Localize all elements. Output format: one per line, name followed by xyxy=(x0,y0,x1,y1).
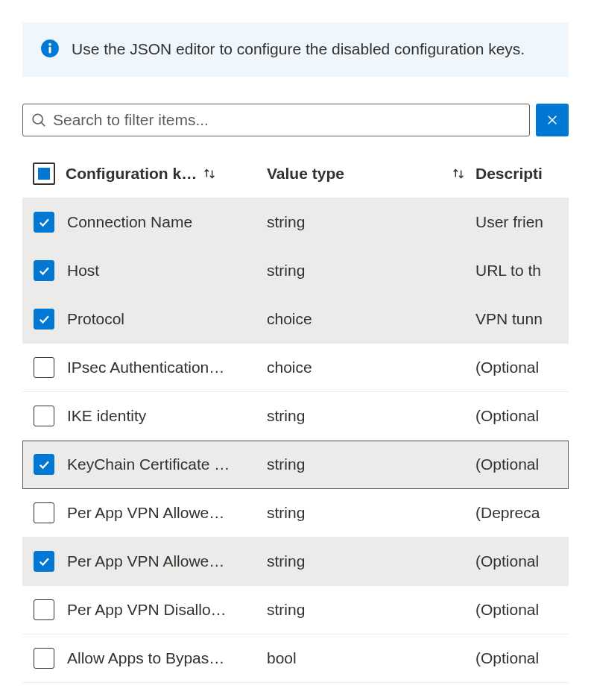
cell-config-key: Per App VPN Allowe… xyxy=(66,552,267,570)
checkmark-icon xyxy=(37,555,51,568)
cell-description: (Optional xyxy=(475,407,569,425)
clear-search-button[interactable] xyxy=(536,104,569,136)
row-checkbox[interactable] xyxy=(34,454,54,475)
column-header-value-type[interactable]: Value type xyxy=(267,165,475,183)
info-icon xyxy=(40,39,60,62)
cell-config-key: Host xyxy=(66,262,267,280)
cell-description: VPN tunn xyxy=(475,310,569,328)
column-header-description-label: Descripti xyxy=(475,165,543,183)
table-row[interactable]: Allow Apps to Bypas…bool(Optional xyxy=(22,634,569,683)
column-header-description[interactable]: Descripti xyxy=(475,165,569,183)
search-icon xyxy=(31,112,47,128)
table-row[interactable]: KeyChain Certificate …string(Optional xyxy=(22,441,569,489)
table-row[interactable]: Connection NamestringUser frien xyxy=(22,198,569,247)
svg-rect-1 xyxy=(48,47,51,54)
cell-value-type: string xyxy=(267,407,475,425)
cell-config-key: KeyChain Certificate … xyxy=(66,455,267,473)
search-input[interactable] xyxy=(53,111,522,129)
info-banner-text: Use the JSON editor to configure the dis… xyxy=(72,37,525,61)
cell-config-key: IPsec Authentication… xyxy=(66,359,267,376)
cell-config-key: Allow Apps to Bypas… xyxy=(66,649,267,667)
sort-icon xyxy=(450,166,467,181)
cell-description: URL to th xyxy=(475,262,569,280)
info-banner: Use the JSON editor to configure the dis… xyxy=(22,22,569,77)
row-checkbox[interactable] xyxy=(34,648,54,669)
cell-config-key: IKE identity xyxy=(66,407,267,425)
cell-value-type: choice xyxy=(267,310,475,328)
select-all-checkbox[interactable] xyxy=(33,163,55,185)
cell-description: (Optional xyxy=(475,359,569,376)
table-header: Configuration k… Value type Descripti xyxy=(22,150,569,198)
checkmark-icon xyxy=(37,264,51,277)
checkmark-icon xyxy=(37,215,51,229)
checkmark-icon xyxy=(37,458,51,471)
table-row[interactable]: HoststringURL to th xyxy=(22,247,569,295)
column-header-key[interactable]: Configuration k… xyxy=(66,165,267,183)
cell-config-key: Per App VPN Disallo… xyxy=(66,601,267,619)
cell-value-type: bool xyxy=(267,649,475,667)
row-checkbox[interactable] xyxy=(34,406,54,426)
cell-value-type: string xyxy=(267,601,475,619)
table-row[interactable]: Per App VPN Disallo…string(Optional xyxy=(22,586,569,634)
cell-description: (Depreca xyxy=(475,504,569,522)
row-checkbox[interactable] xyxy=(34,309,54,329)
close-icon xyxy=(546,113,559,127)
row-checkbox[interactable] xyxy=(34,260,54,281)
cell-description: (Optional xyxy=(475,649,569,667)
config-table: Configuration k… Value type Descripti Co… xyxy=(22,150,569,683)
cell-config-key: Protocol xyxy=(66,310,267,328)
cell-description: (Optional xyxy=(475,552,569,570)
cell-config-key: Connection Name xyxy=(66,213,267,231)
row-checkbox[interactable] xyxy=(34,599,54,620)
cell-description: (Optional xyxy=(475,455,569,473)
cell-value-type: string xyxy=(267,213,475,231)
cell-value-type: string xyxy=(267,504,475,522)
table-row[interactable]: ProtocolchoiceVPN tunn xyxy=(22,295,569,344)
cell-config-key: Per App VPN Allowe… xyxy=(66,504,267,522)
svg-line-4 xyxy=(42,123,45,127)
sort-icon xyxy=(201,166,218,181)
cell-value-type: string xyxy=(267,552,475,570)
row-checkbox[interactable] xyxy=(34,502,54,523)
column-header-key-label: Configuration k… xyxy=(66,165,197,183)
table-row[interactable]: Per App VPN Allowe…string(Depreca xyxy=(22,489,569,537)
svg-point-2 xyxy=(48,43,51,46)
column-header-value-type-label: Value type xyxy=(267,165,344,183)
checkmark-icon xyxy=(37,312,51,326)
cell-value-type: string xyxy=(267,455,475,473)
svg-point-3 xyxy=(33,114,42,124)
table-row[interactable]: Per App VPN Allowe…string(Optional xyxy=(22,537,569,586)
table-row[interactable]: IPsec Authentication…choice(Optional xyxy=(22,344,569,392)
cell-description: (Optional xyxy=(475,601,569,619)
search-row xyxy=(22,104,569,136)
search-box[interactable] xyxy=(22,104,530,136)
row-checkbox[interactable] xyxy=(34,212,54,233)
row-checkbox[interactable] xyxy=(34,357,54,378)
cell-value-type: choice xyxy=(267,359,475,376)
cell-value-type: string xyxy=(267,262,475,280)
cell-description: User frien xyxy=(475,213,569,231)
row-checkbox[interactable] xyxy=(34,551,54,572)
table-row[interactable]: IKE identitystring(Optional xyxy=(22,392,569,441)
